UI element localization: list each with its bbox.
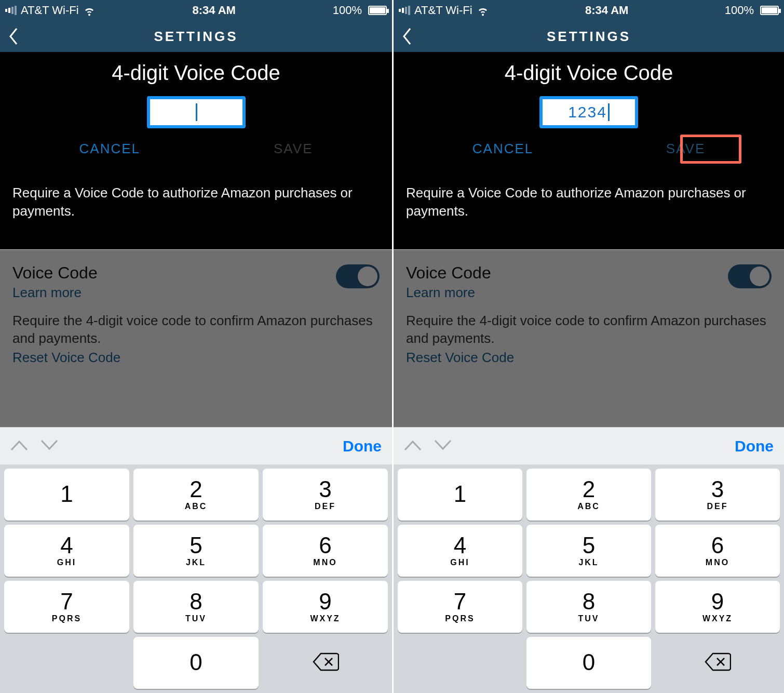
keyboard-accessory: Done (0, 427, 392, 464)
keypad-key-7[interactable]: 7PQRS (398, 581, 522, 633)
clock-label: 8:34 AM (192, 4, 236, 17)
numeric-keypad: 1 2ABC 3DEF 4GHI 5JKL 6MNO 7PQRS 8TUV 9W… (0, 464, 392, 693)
keypad-key-6[interactable]: 6MNO (655, 525, 780, 577)
keypad-backspace[interactable] (263, 637, 388, 689)
keypad-key-4[interactable]: 4GHI (398, 525, 522, 577)
voice-code-input[interactable] (147, 96, 246, 128)
prev-field-button[interactable] (404, 439, 422, 453)
voice-code-title: 4-digit Voice Code (12, 61, 380, 85)
next-field-button[interactable] (40, 439, 58, 453)
battery-icon (758, 6, 779, 15)
keypad-key-9[interactable]: 9WXYZ (655, 581, 780, 633)
keypad-backspace[interactable] (655, 637, 780, 689)
phone-screen-right: AT&T Wi-Fi 8:34 AM 100% SETTINGS 4-digit… (392, 0, 784, 693)
signal-icon (399, 6, 410, 15)
status-bar: AT&T Wi-Fi 8:34 AM 100% (0, 0, 392, 21)
voice-code-title: 4-digit Voice Code (406, 61, 772, 85)
page-title: SETTINGS (547, 29, 631, 45)
clock-label: 8:34 AM (585, 4, 629, 17)
voice-code-section: 4-digit Voice Code CANCEL SAVE Require a… (0, 52, 392, 249)
keypad-key-4[interactable]: 4GHI (4, 525, 129, 577)
numeric-keypad: 1 2ABC 3DEF 4GHI 5JKL 6MNO 7PQRS 8TUV 9W… (394, 464, 784, 693)
back-button[interactable] (402, 21, 412, 52)
voice-code-description: Require a Voice Code to authorize Amazon… (406, 184, 772, 220)
status-bar: AT&T Wi-Fi 8:34 AM 100% (394, 0, 784, 21)
carrier-label: AT&T Wi-Fi (21, 4, 79, 17)
cancel-button[interactable]: CANCEL (467, 138, 538, 160)
keypad-key-8[interactable]: 8TUV (133, 581, 259, 633)
nav-header: SETTINGS (0, 21, 392, 52)
cancel-button[interactable]: CANCEL (74, 138, 145, 160)
battery-icon (366, 6, 387, 15)
keyboard-accessory: Done (394, 427, 784, 464)
settings-panel: Voice Code Learn more Require the 4-digi… (394, 249, 784, 427)
keypad-key-9[interactable]: 9WXYZ (263, 581, 388, 633)
keypad-key-0[interactable]: 0 (133, 637, 259, 689)
nav-header: SETTINGS (394, 21, 784, 52)
keyboard-done-button[interactable]: Done (343, 437, 382, 455)
battery-pct-label: 100% (333, 4, 362, 17)
back-button[interactable] (8, 21, 19, 52)
battery-pct-label: 100% (725, 4, 754, 17)
keypad-key-2[interactable]: 2ABC (526, 469, 651, 521)
keypad-key-2[interactable]: 2ABC (133, 469, 259, 521)
wifi-icon (83, 4, 96, 17)
text-cursor-icon (608, 103, 610, 121)
signal-icon (5, 6, 17, 15)
keypad-key-3[interactable]: 3DEF (655, 469, 780, 521)
save-button[interactable]: SAVE (268, 138, 318, 160)
keypad-key-5[interactable]: 5JKL (133, 525, 259, 577)
phone-screen-left: AT&T Wi-Fi 8:34 AM 100% SETTINGS 4-digit… (0, 0, 392, 693)
text-cursor-icon (196, 103, 197, 121)
next-field-button[interactable] (434, 439, 452, 453)
keypad-key-1[interactable]: 1 (398, 469, 522, 521)
backspace-icon (704, 652, 731, 674)
keypad-key-1[interactable]: 1 (4, 469, 129, 521)
voice-code-section: 4-digit Voice Code 1234 CANCEL SAVE Requ… (394, 52, 784, 249)
keypad-key-0[interactable]: 0 (526, 637, 651, 689)
settings-panel: Voice Code Learn more Require the 4-digi… (0, 249, 392, 427)
keyboard-done-button[interactable]: Done (735, 437, 774, 455)
keypad-key-5[interactable]: 5JKL (526, 525, 651, 577)
keypad-key-7[interactable]: 7PQRS (4, 581, 129, 633)
keypad-key-3[interactable]: 3DEF (263, 469, 388, 521)
keypad-spacer (4, 637, 129, 689)
keypad-key-6[interactable]: 6MNO (263, 525, 388, 577)
keypad-key-8[interactable]: 8TUV (526, 581, 651, 633)
page-title: SETTINGS (154, 29, 238, 45)
voice-code-value: 1234 (568, 103, 607, 121)
prev-field-button[interactable] (10, 439, 28, 453)
wifi-icon (477, 4, 489, 17)
voice-code-description: Require a Voice Code to authorize Amazon… (12, 184, 380, 220)
backspace-icon (312, 652, 339, 674)
voice-code-input[interactable]: 1234 (539, 96, 638, 128)
keypad-spacer (398, 637, 522, 689)
dim-overlay (394, 250, 784, 427)
save-button[interactable]: SAVE (661, 138, 710, 160)
dim-overlay (0, 250, 392, 427)
carrier-label: AT&T Wi-Fi (414, 4, 472, 17)
